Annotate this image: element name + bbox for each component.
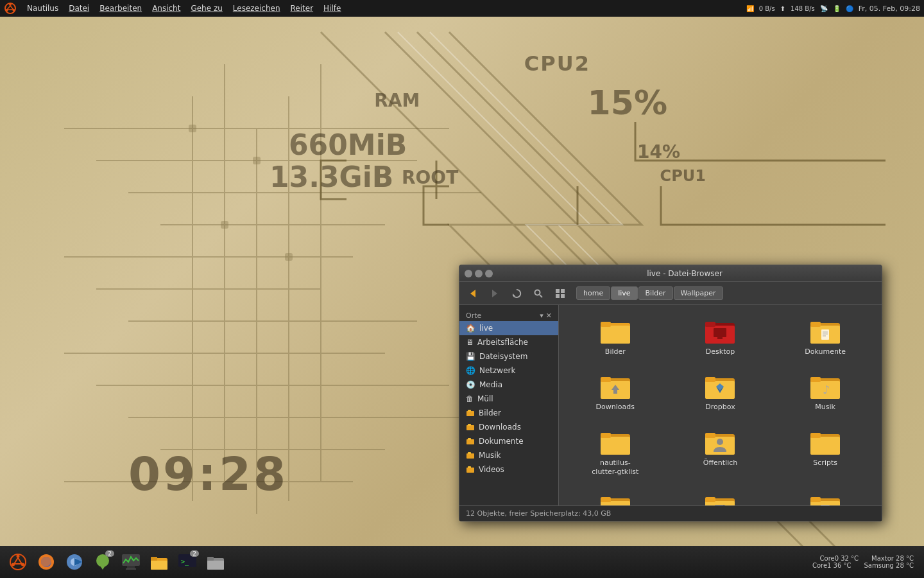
file-item-bilder[interactable]: Bilder [565,311,665,362]
menu-nautilus[interactable]: Nautilus [22,3,64,14]
svg-rect-75 [601,437,630,455]
maximize-button[interactable] [485,270,493,277]
sidebar-item-bilder[interactable]: Bilder [459,406,558,420]
taskbar-menu-icon[interactable] [5,549,31,575]
statusbar: 12 Objekte, freier Speicherplatz: 43,0 G… [459,505,882,521]
svg-rect-41 [468,452,471,454]
menu-reiter[interactable]: Reiter [286,3,319,14]
sidebar-toggle-icon[interactable]: ▾ [540,311,543,320]
file-item-downloads[interactable]: Downloads [565,367,665,417]
menu-lesezeichen[interactable]: Lesezeichen [228,3,286,14]
file-item-desktop[interactable]: Desktop [671,311,771,362]
sidebar-item-arbeitsflache[interactable]: 🖥 Arbeitsfläche [459,335,558,349]
view-toggle-button[interactable] [551,285,570,302]
svg-point-28 [535,290,540,295]
sidebar-label-mull: Müll [477,394,493,403]
root-label: ROOT [402,167,458,188]
statusbar-text: 12 Objekte, freier Speicherplatz: 43,0 G… [466,509,611,518]
svg-rect-18 [253,157,260,164]
file-item-nautilus-clutter[interactable]: nautilus-clutter-gtklist [565,423,665,482]
svg-rect-111 [127,566,135,568]
ubuntu-logo[interactable] [4,2,17,15]
sidebar-label-arbeitsflache: Arbeitsfläche [477,338,528,347]
taskbar-files-icon[interactable] [146,549,172,575]
breadcrumb-wallpaper[interactable]: Wallpaper [674,286,723,300]
file-item-offentlich[interactable]: Öffentlich [671,423,771,482]
sidebar-item-media[interactable]: 💿 Media [459,378,558,392]
file-item-ubuntu-one[interactable]: Ubuntu One [565,487,665,505]
taskbar-terminal-icon[interactable]: >_ 2 [175,549,200,575]
menu-hilfe[interactable]: Hilfe [318,3,346,14]
sidebar-item-videos[interactable]: Videos [459,462,558,477]
file-item-musik[interactable]: ♪ Musik [775,367,875,417]
svg-rect-90 [705,497,715,502]
svg-rect-62 [601,377,611,382]
back-button[interactable] [463,285,483,302]
dateisystem-icon: 💾 [466,352,475,361]
svg-rect-119 [207,561,224,570]
taskbar: 2 >_ 2 Core0 [0,546,924,578]
musik-label: Musik [815,403,835,412]
bilder-folder-icon [600,317,631,345]
sidebar-item-netzwerk[interactable]: 🌐 Netzwerk [459,363,558,378]
svg-rect-31 [561,289,565,293]
svg-rect-40 [466,453,474,459]
svg-rect-17 [189,125,196,132]
ram-display: RAM 660MiB ROOT 13.3GiB [289,128,407,161]
scripts-folder-icon [810,428,841,456]
forward-button[interactable] [485,285,504,302]
file-item-scripts[interactable]: Scripts [775,423,875,482]
titlebar: live - Datei-Browser [459,265,882,282]
sidebar-item-mull[interactable]: 🗑 Müll [459,392,558,406]
breadcrumb-home[interactable]: home [576,286,610,300]
terminal-badge: 2 [190,550,199,557]
cpu1-label: CPU1 [660,167,706,185]
pidgin-badge: 2 [105,550,114,557]
svg-line-29 [540,295,542,297]
file-item-dropbox[interactable]: Dropbox [671,367,771,417]
taskbar-thunderbird-icon[interactable] [62,549,87,575]
maxtor-temp: Maxtor 28 °C [871,555,914,562]
file-item-dokumente[interactable]: Dokumente [775,311,875,362]
svg-rect-95 [810,497,821,502]
taskbar-files2-icon[interactable] [203,549,228,575]
svg-rect-33 [561,294,565,298]
menu-datei[interactable]: Datei [64,3,94,14]
svg-rect-112 [126,568,136,570]
svg-rect-50 [705,322,715,327]
sidebar-item-live[interactable]: 🏠 live [459,321,558,335]
svg-rect-114 [151,561,167,570]
svg-rect-43 [468,466,471,468]
minimize-button[interactable] [475,270,483,277]
musik-folder-icon: ♪ [810,372,841,400]
svg-rect-51 [714,328,726,337]
ram-value: 660MiB [289,128,407,161]
core0-temp: Core0 32 °C [820,555,859,562]
search-button[interactable] [529,285,548,302]
menu-gehe-zu[interactable]: Gehe zu [185,3,227,14]
file-item-videos[interactable]: Videos [671,487,771,505]
nautilus-label: nautilus-clutter-gtklist [590,459,641,477]
downloads-folder-icon [600,372,631,400]
bluetooth-icon: 🔵 [846,5,853,12]
menu-ansicht[interactable]: Ansicht [147,3,185,14]
svg-rect-64 [613,390,617,394]
taskbar-firefox-icon[interactable] [33,549,59,575]
sidebar-item-downloads[interactable]: Downloads [459,420,558,434]
menu-bearbeiten[interactable]: Bearbeiten [94,3,147,14]
sidebar-close-icon[interactable]: ✕ [546,311,552,320]
sidebar-item-dateisystem[interactable]: 💾 Dateisystem [459,349,558,363]
file-item-vorlagen[interactable]: Vorlagen [775,487,875,505]
close-button[interactable] [465,270,472,277]
svg-rect-37 [468,424,471,426]
taskbar-sysmon-icon[interactable] [118,549,144,575]
network-up-icon: ⬆ [780,5,785,12]
sidebar-item-musik[interactable]: Musik [459,448,558,462]
breadcrumb-bilder[interactable]: Bilder [638,286,673,300]
sidebar-item-dokumente[interactable]: Dokumente [459,434,558,448]
desktop-folder-icon [705,317,735,345]
breadcrumb-live[interactable]: live [611,286,637,300]
reload-button[interactable] [507,285,526,302]
taskbar-pidgin-icon[interactable]: 2 [90,549,116,575]
file-manager-window: live - Datei-Browser [459,265,882,521]
